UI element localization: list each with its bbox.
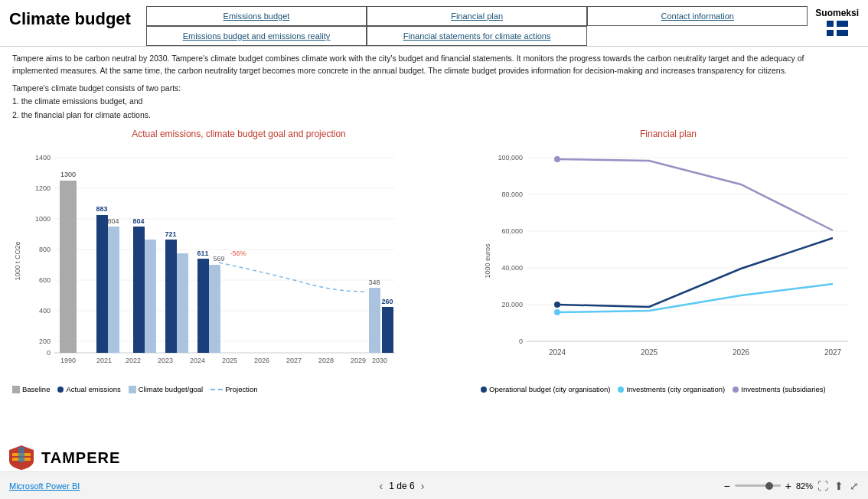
- svg-text:80,000: 80,000: [501, 191, 523, 198]
- legend-baseline-label: Baseline: [22, 385, 50, 393]
- svg-text:1400: 1400: [35, 154, 51, 161]
- svg-text:60,000: 60,000: [501, 227, 523, 235]
- financial-chart-title: Financial plan: [481, 129, 856, 139]
- bar-2030-budget: [369, 288, 380, 353]
- fullscreen-icon[interactable]: ⛶: [817, 480, 828, 492]
- language-switcher[interactable]: Suomeksi: [815, 6, 859, 36]
- svg-text:400: 400: [39, 307, 51, 315]
- legend-budget: Climate budget/goal: [129, 385, 204, 393]
- tab-financial-plan[interactable]: Financial plan: [367, 6, 587, 26]
- svg-text:2030: 2030: [372, 357, 387, 364]
- legend-investments-city: Investments (city organisation): [618, 385, 725, 393]
- svg-text:1000 t CO2e: 1000 t CO2e: [14, 242, 21, 281]
- legend-investments-city-icon: [618, 386, 624, 393]
- svg-text:200: 200: [39, 338, 51, 345]
- svg-text:1000 euros: 1000 euros: [484, 243, 491, 279]
- desc-list2: 2. the financial plan for climate action…: [12, 109, 856, 122]
- svg-text:2027: 2027: [824, 348, 842, 357]
- expand-icon[interactable]: ⤢: [850, 480, 859, 492]
- zoom-controls: − + 82% ⛶ ⬆ ⤢: [724, 480, 859, 492]
- svg-text:2024: 2024: [190, 357, 205, 364]
- legend-budget-icon: [129, 386, 136, 393]
- annotation-80: -80%: [410, 293, 410, 301]
- bar-2024-actual: [197, 259, 209, 353]
- bar-2023-budget: [177, 253, 188, 353]
- share-icon[interactable]: ⬆: [834, 480, 844, 492]
- page-indicator: 1 de 6: [389, 481, 414, 491]
- legend-operational-label: Operational budget (city organisation): [489, 385, 610, 393]
- zoom-out-button[interactable]: −: [724, 480, 730, 492]
- dot-subsidiaries-2024: [554, 156, 560, 162]
- prev-page-button[interactable]: ‹: [380, 480, 383, 492]
- svg-rect-57: [18, 447, 24, 462]
- svg-text:611: 611: [197, 250, 208, 257]
- legend-investments-city-label: Investments (city organisation): [626, 385, 725, 393]
- bottom-right-icons: ⛶ ⬆ ⤢: [817, 480, 859, 492]
- footer: TAMPERE: [8, 444, 120, 471]
- tampere-logo: TAMPERE: [8, 444, 120, 471]
- svg-text:348: 348: [368, 279, 380, 286]
- bar-2021-actual: [96, 215, 108, 353]
- next-page-button[interactable]: ›: [421, 480, 425, 492]
- legend-actual-label: Actual emissions: [66, 385, 120, 393]
- tab-financial-statements[interactable]: Financial statements for climate actions: [367, 26, 587, 46]
- svg-text:569: 569: [213, 255, 224, 263]
- svg-text:20,000: 20,000: [501, 301, 523, 308]
- svg-text:2025: 2025: [222, 357, 237, 364]
- svg-text:2026: 2026: [733, 348, 750, 357]
- charts-area: Actual emissions, climate budget goal an…: [12, 129, 856, 393]
- tab-emissions-budget[interactable]: Emissions budget: [146, 6, 367, 26]
- svg-text:1990: 1990: [60, 357, 76, 364]
- legend-baseline: Baseline: [12, 385, 50, 393]
- svg-text:1200: 1200: [35, 184, 51, 192]
- svg-text:800: 800: [39, 246, 51, 253]
- legend-actual-icon: [57, 386, 64, 393]
- line-investments-subsidiaries: [557, 159, 833, 230]
- desc-para2: Tampere's climate budget consists of two…: [12, 82, 856, 96]
- svg-text:2025: 2025: [641, 348, 658, 357]
- bar-2021-budget: [108, 227, 119, 353]
- tampere-shield-icon: [8, 444, 35, 471]
- svg-text:40,000: 40,000: [501, 264, 523, 272]
- legend-projection-label: Projection: [225, 385, 257, 393]
- bar-2022-actual: [133, 227, 145, 353]
- page-title: Climate budget: [9, 6, 131, 29]
- svg-text:2029: 2029: [351, 357, 366, 364]
- powerbi-link[interactable]: Microsoft Power BI: [9, 481, 80, 491]
- zoom-level: 82%: [796, 481, 813, 491]
- main-content: Tampere aims to be carbon neutral by 203…: [0, 47, 868, 400]
- legend-operational-icon: [481, 386, 487, 393]
- financial-chart-svg: 1000 euros 100,000 80,000 60,000 40,000 …: [481, 142, 856, 380]
- legend-projection-icon: [210, 389, 223, 390]
- svg-text:2026: 2026: [254, 357, 269, 364]
- svg-text:260: 260: [381, 298, 393, 305]
- svg-text:2028: 2028: [318, 357, 334, 364]
- header: Climate budget Emissions budget Financia…: [0, 0, 868, 47]
- tab-contact-information[interactable]: Contact information: [587, 6, 808, 26]
- financial-chart-container: Financial plan 1000 euros 100,000 80,000…: [481, 129, 856, 393]
- line-operational-budget: [557, 238, 833, 307]
- legend-budget-label: Climate budget/goal: [139, 385, 204, 393]
- svg-text:0: 0: [47, 349, 51, 357]
- svg-text:0: 0: [519, 338, 523, 345]
- svg-text:2022: 2022: [126, 357, 141, 364]
- svg-text:2021: 2021: [96, 357, 112, 364]
- nav-tabs: Emissions budget Financial plan Contact …: [146, 6, 808, 46]
- svg-text:1000: 1000: [35, 215, 51, 223]
- svg-text:883: 883: [96, 205, 107, 213]
- legend-operational: Operational budget (city organisation): [481, 385, 610, 393]
- bar-2022-budget: [145, 240, 156, 353]
- zoom-in-button[interactable]: +: [785, 480, 791, 492]
- description-list: Tampere's climate budget consists of two…: [12, 82, 856, 123]
- tampere-logo-text: TAMPERE: [41, 449, 120, 467]
- bottom-bar: Microsoft Power BI ‹ 1 de 6 › − + 82% ⛶ …: [0, 471, 868, 499]
- tab-emissions-reality[interactable]: Emissions budget and emissions reality: [146, 26, 367, 46]
- zoom-slider[interactable]: [735, 484, 781, 487]
- svg-text:1300: 1300: [60, 171, 76, 178]
- annotation-56: -56%: [230, 250, 246, 257]
- svg-text:2024: 2024: [549, 348, 566, 357]
- emissions-chart-legend: Baseline Actual emissions Climate budget…: [12, 385, 465, 393]
- svg-text:2023: 2023: [158, 357, 173, 364]
- pagination: ‹ 1 de 6 ›: [380, 480, 425, 492]
- projection-line: [219, 263, 364, 292]
